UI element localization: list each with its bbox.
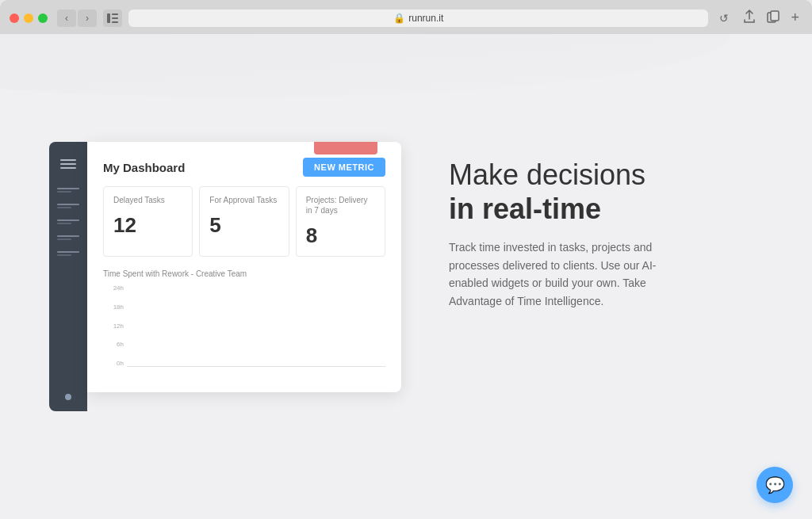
- metric-label-projects: Projects: Delivery in 7 days: [306, 195, 375, 216]
- metric-card-approval: For Approval Tasks 5: [199, 186, 289, 257]
- chart-title: Time Spent with Rework - Creative Team: [103, 269, 385, 278]
- reload-button[interactable]: ↺: [714, 10, 733, 26]
- chat-bubble[interactable]: 💬: [756, 467, 793, 503]
- metric-value-delayed: 12: [113, 213, 182, 238]
- bar-group-7: [294, 284, 313, 366]
- nav-line-full: [57, 204, 79, 205]
- chart-section: Time Spent with Rework - Creative Team 2…: [87, 269, 401, 392]
- sidebar: [49, 142, 87, 411]
- nav-line-short: [57, 239, 71, 240]
- sidebar-item-2[interactable]: [54, 199, 82, 213]
- nav-line-short: [57, 223, 71, 224]
- close-button[interactable]: [10, 13, 19, 23]
- sidebar-item-4[interactable]: [54, 231, 82, 245]
- maximize-button[interactable]: [38, 13, 48, 23]
- headline-light: Make decisions: [449, 158, 645, 191]
- forward-button[interactable]: ›: [78, 10, 97, 27]
- chart-container: 24h 18h 12h 6h 0h: [103, 284, 385, 380]
- metric-value-projects: 8: [306, 223, 375, 248]
- sidebar-item-1[interactable]: [54, 183, 82, 197]
- y-label-12h: 12h: [103, 322, 124, 330]
- svg-rect-5: [771, 11, 779, 21]
- new-tab-button[interactable]: +: [787, 10, 802, 26]
- back-button[interactable]: ‹: [57, 10, 76, 27]
- bar-group-1: [151, 284, 170, 366]
- svg-rect-3: [112, 21, 118, 23]
- nav-line-short: [57, 191, 71, 193]
- menu-line-2: [60, 163, 76, 165]
- nav-line-full: [57, 219, 79, 221]
- chart-y-labels: 24h 18h 12h 6h 0h: [103, 284, 124, 367]
- nav-line-full: [57, 235, 79, 237]
- sidebar-menu-icon[interactable]: [54, 155, 82, 174]
- nav-line-full: [57, 188, 79, 189]
- metric-label-delayed: Delayed Tasks: [113, 195, 182, 205]
- dashboard-title: My Dashboard: [103, 161, 185, 174]
- browser-content: My Dashboard NEW METRIC Delayed Tasks 12…: [0, 34, 812, 519]
- dashboard-panel: My Dashboard NEW METRIC Delayed Tasks 12…: [87, 142, 401, 392]
- metric-value-approval: 5: [209, 213, 278, 238]
- svg-rect-2: [112, 17, 118, 19]
- bar-group-5: [247, 284, 266, 366]
- address-bar[interactable]: 🔒 runrun.it: [128, 10, 708, 27]
- bar-group-3: [199, 284, 218, 366]
- nav-line-short: [57, 254, 71, 256]
- metric-label-approval: For Approval Tasks: [209, 195, 278, 205]
- headline: Make decisions in real-time: [449, 158, 763, 226]
- sidebar-dot-indicator: [65, 394, 71, 400]
- bar-group-10: [366, 284, 385, 366]
- metric-card-projects: Projects: Delivery in 7 days 8: [296, 186, 385, 257]
- minimize-button[interactable]: [24, 13, 33, 23]
- y-label-24h: 24h: [103, 284, 124, 292]
- description: Track time invested in tasks, projects a…: [449, 239, 671, 310]
- browser-actions: +: [740, 8, 802, 28]
- chart-bars: [127, 284, 385, 367]
- nav-line-short: [57, 207, 71, 208]
- duplicate-button[interactable]: [764, 9, 783, 27]
- menu-line-1: [60, 159, 76, 161]
- bar-group-0: [127, 284, 146, 366]
- sidebar-nav-group: [49, 183, 87, 261]
- chat-icon: 💬: [765, 475, 785, 494]
- bar-group-6: [270, 284, 289, 366]
- metric-card-delayed: Delayed Tasks 12: [103, 186, 193, 257]
- svg-rect-1: [112, 13, 118, 15]
- traffic-lights: [10, 13, 48, 23]
- app-layout: My Dashboard NEW METRIC Delayed Tasks 12…: [49, 142, 763, 411]
- bar-group-2: [174, 284, 193, 366]
- sidebar-item-5[interactable]: [54, 246, 82, 261]
- svg-rect-0: [107, 13, 110, 23]
- sidebar-toggle-button[interactable]: [103, 10, 122, 27]
- url-text: runrun.it: [408, 13, 443, 24]
- share-button[interactable]: [740, 8, 759, 28]
- bar-group-9: [343, 284, 362, 366]
- headline-bold: in real-time: [449, 193, 601, 225]
- nav-buttons: ‹ ›: [57, 10, 97, 27]
- decorative-curve: [0, 34, 812, 97]
- metric-cards: Delayed Tasks 12 For Approval Tasks 5 Pr…: [87, 186, 401, 257]
- y-label-18h: 18h: [103, 303, 124, 311]
- browser-titlebar: ‹ › 🔒 runrun.it ↺: [0, 0, 812, 34]
- new-metric-button[interactable]: NEW METRIC: [303, 158, 385, 177]
- nav-line-full: [57, 251, 79, 253]
- y-label-6h: 6h: [103, 341, 124, 348]
- accent-bar: [314, 142, 377, 155]
- right-content: Make decisions in real-time Track time i…: [401, 142, 763, 310]
- menu-line-3: [60, 167, 76, 169]
- lock-icon: 🔒: [393, 13, 405, 24]
- y-label-0h: 0h: [103, 360, 124, 367]
- sidebar-item-3[interactable]: [54, 215, 82, 229]
- bar-group-8: [319, 284, 338, 366]
- bar-group-4: [223, 284, 242, 366]
- browser-window: ‹ › 🔒 runrun.it ↺: [0, 0, 812, 34]
